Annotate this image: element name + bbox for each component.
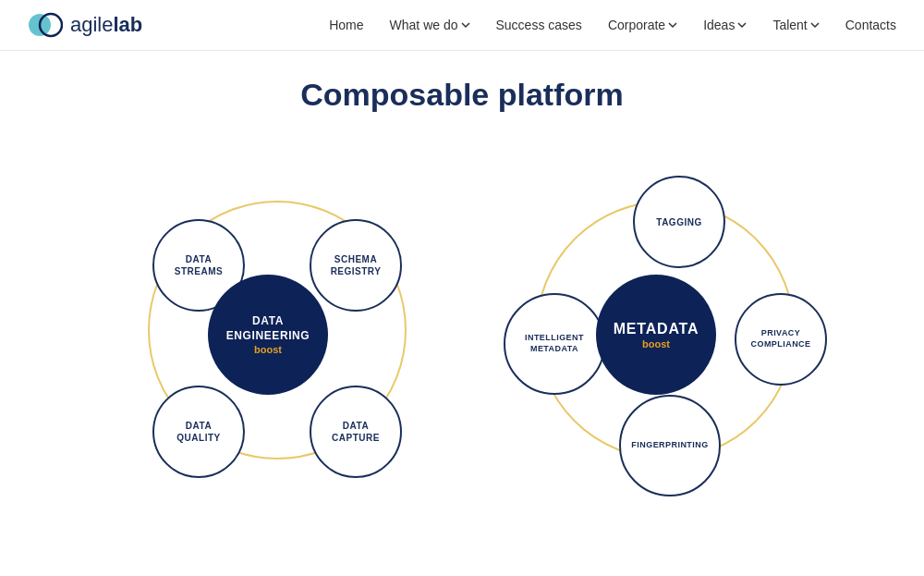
nav-corporate[interactable]: Corporate [608, 18, 677, 32]
nav-contacts[interactable]: Contacts [845, 18, 896, 32]
d1-node-data-quality[interactable]: DATA QUALITY [152, 386, 245, 478]
d2-intelligent-label: INTELLIGENT METADATA [525, 333, 584, 354]
logo-text: agilelab [70, 13, 142, 37]
d2-tagging-label: TAGGING [656, 216, 701, 228]
d2-node-fingerprinting[interactable]: FINGERPRINTING [619, 395, 721, 496]
d1-node-schema-registry[interactable]: SCHEMA REGISTRY [310, 219, 402, 312]
d1-capture-label: DATA CAPTURE [332, 420, 380, 444]
d1-center-boost: boost [254, 344, 282, 355]
d1-quality-label: DATA QUALITY [176, 420, 220, 444]
d2-center-node[interactable]: METADATA boost [596, 275, 716, 395]
nav-what-we-do[interactable]: What we do [390, 18, 470, 32]
nav-home[interactable]: Home [329, 18, 363, 32]
logo-icon [28, 7, 63, 43]
diagram-metadata: TAGGING INTELLIGENT METADATA METADATA bo… [490, 150, 822, 501]
d2-center-boost: boost [642, 338, 670, 349]
d1-center-node[interactable]: DATA ENGINEERING boost [208, 275, 328, 395]
logo[interactable]: agilelab [28, 7, 142, 43]
diagrams-container: DATA STREAMS SCHEMA REGISTRY DATA ENGINE… [0, 131, 924, 520]
d2-center-label: METADATA [614, 320, 699, 339]
page-title-section: Composable platform [0, 51, 924, 122]
nav-ideas[interactable]: Ideas [703, 18, 747, 32]
page-title: Composable platform [0, 77, 924, 113]
d2-node-intelligent-metadata[interactable]: INTELLIGENT METADATA [504, 293, 605, 395]
diagram-data-engineering: DATA STREAMS SCHEMA REGISTRY DATA ENGINE… [102, 150, 434, 501]
d2-node-tagging[interactable]: TAGGING [633, 176, 725, 268]
d2-node-privacy-compliance[interactable]: PRIVACY COMPLIANCE [735, 293, 827, 386]
main-nav: Home What we do Success cases Corporate … [329, 18, 896, 32]
d1-node-data-capture[interactable]: DATA CAPTURE [310, 386, 402, 478]
nav-success-cases[interactable]: Success cases [496, 18, 582, 32]
d2-privacy-label: PRIVACY COMPLIANCE [751, 328, 811, 349]
nav-talent[interactable]: Talent [772, 18, 819, 32]
d1-center-label: DATA ENGINEERING [226, 314, 310, 343]
d1-schema-label: SCHEMA REGISTRY [331, 253, 382, 277]
d1-streams-label: DATA STREAMS [175, 253, 223, 277]
d2-fingerprinting-label: FINGERPRINTING [631, 440, 708, 451]
